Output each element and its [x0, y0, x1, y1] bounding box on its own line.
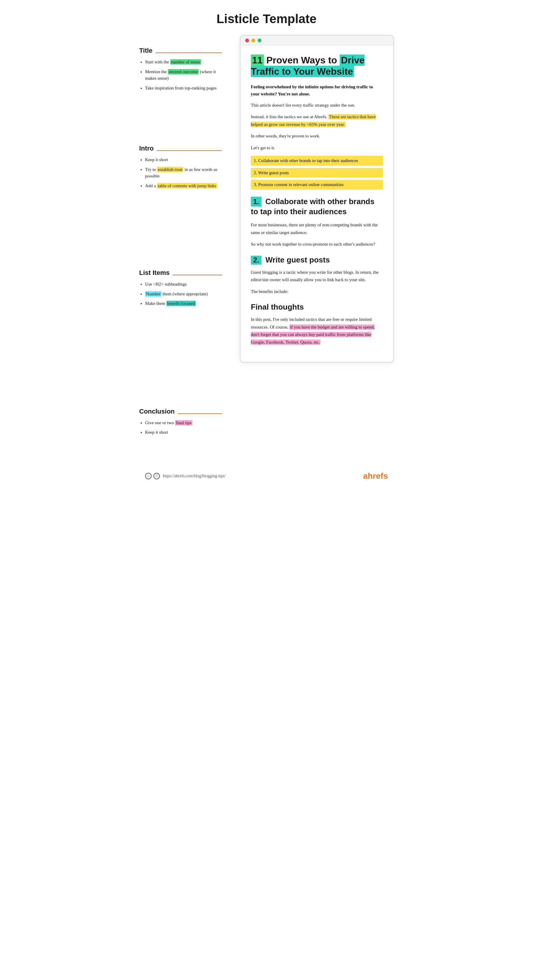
- sidebar-title-item-1: Start with the number of items: [145, 59, 222, 65]
- toc-item-1[interactable]: 1. Collaborate with other brands to tap …: [251, 156, 383, 165]
- browser-content: 11 Proven Ways to Drive Traffic to Your …: [240, 46, 393, 362]
- sidebar-conclusion-item-2: Keep it short: [145, 429, 222, 436]
- sidebar-intro-heading: Intro: [139, 145, 154, 152]
- sidebar-conclusion-section: Conclusion Give one or two final tips Ke…: [139, 408, 222, 436]
- article-title-part2: Proven Ways to: [264, 55, 340, 65]
- section-1-para-1: For most businesses, there are plenty of…: [251, 221, 383, 236]
- sidebar-listitem-3: Make them benefit-focused: [145, 300, 222, 307]
- sidebar-title-list: Start with the number of items Mention t…: [139, 59, 222, 91]
- final-thoughts-heading: Final thoughts: [251, 302, 383, 312]
- browser-toolbar: [240, 35, 393, 46]
- footer-icons: © ⓘ: [145, 473, 160, 479]
- creative-commons-icon: ©: [145, 473, 152, 479]
- section-2-para-1: Guest blogging is a tactic where you wri…: [251, 269, 383, 284]
- section-1-heading: 1. Collaborate with other brands to tap …: [251, 197, 383, 217]
- article-para-1: This article doesn't list every traffic …: [251, 102, 383, 109]
- browser-dot-green: [258, 38, 262, 42]
- sidebar-listitem-1: Use <H2> subheadings: [145, 281, 222, 288]
- section-2-title: Write guest posts: [263, 255, 330, 264]
- sidebar-title-heading: Title: [139, 47, 152, 54]
- browser-window: 11 Proven Ways to Drive Traffic to Your …: [240, 35, 394, 363]
- sidebar-conclusion-heading: Conclusion: [139, 408, 175, 415]
- article-para-2: Instead, it lists the tactics we use at …: [251, 113, 383, 128]
- footer-url[interactable]: https://ahrefs.com/blog/blogging-tips/: [163, 474, 226, 479]
- browser-dot-red: [245, 38, 249, 42]
- highlight-number-of-items: number of items: [170, 59, 201, 65]
- page-title: Listicle Template: [133, 0, 400, 35]
- toc-item-2[interactable]: 2. Write guest posts: [251, 168, 383, 178]
- sidebar-listitems-heading: List Items: [139, 269, 170, 277]
- intro-connector-line: [157, 150, 222, 151]
- sidebar-title-item-2: Mention the desired outcome (where it ma…: [145, 68, 222, 82]
- table-of-contents: 1. Collaborate with other brands to tap …: [251, 156, 383, 189]
- article-intro-bold: Feeling overwhelmed by the infinite opti…: [251, 83, 383, 97]
- sidebar-intro-list: Keep it short Try to establish trust in …: [139, 156, 222, 189]
- sidebar-intro-item-1: Keep it short: [145, 156, 222, 163]
- section-1-title: Collaborate with other brands to tap int…: [251, 197, 374, 216]
- sidebar-conclusion-item-1: Give one or two final tips: [145, 420, 222, 426]
- section-2-num: 2.: [251, 256, 262, 264]
- highlight-toc-jump: table of contents with jump links: [157, 183, 217, 188]
- conclusion-connector-line: [178, 413, 222, 414]
- section-1-para-2: So why not work together to cross-promot…: [251, 240, 383, 248]
- sidebar-intro-item-2: Try to establish trust in as few words a…: [145, 166, 222, 180]
- info-icon: ⓘ: [153, 473, 160, 479]
- article-para-3: In other words, they're proven to work.: [251, 132, 383, 140]
- section-2-para-2: The benefits include:: [251, 288, 383, 296]
- highlight-establish-trust: establish trust: [157, 167, 183, 172]
- highlight-benefit-focused: benefit-focused: [167, 301, 196, 306]
- sidebar-list-items-section: List Items Use <H2> subheadings Number t…: [139, 269, 222, 307]
- section-2-heading: 2. Write guest posts: [251, 255, 383, 264]
- sidebar: Title Start with the number of items Men…: [139, 35, 222, 450]
- footer-brand: ahrefs: [363, 471, 388, 481]
- listitems-connector-line: [173, 275, 222, 275]
- highlight-number: Number: [145, 291, 161, 296]
- sidebar-conclusion-list: Give one or two final tips Keep it short: [139, 420, 222, 436]
- sidebar-listitems-list: Use <H2> subheadings Number them (where …: [139, 281, 222, 307]
- article-para2-before: Instead, it lists the tactics we use at …: [251, 115, 328, 119]
- sidebar-listitem-2: Number them (where appropriate): [145, 291, 222, 298]
- article-title-number: 11: [251, 54, 264, 66]
- title-connector-line: [155, 52, 222, 53]
- section-1-num: 1.: [251, 197, 262, 207]
- sidebar-intro-item-3: Add a table of contents with jump links: [145, 183, 222, 189]
- page-wrapper: Listicle Template Title Start with the n…: [133, 0, 400, 487]
- article-title: 11 Proven Ways to Drive Traffic to Your …: [251, 54, 383, 77]
- toc-item-3[interactable]: 3. Promote content in relevant online co…: [251, 180, 383, 189]
- highlight-final-tips: final tips: [175, 420, 192, 425]
- browser-container: 11 Proven Ways to Drive Traffic to Your …: [240, 35, 394, 450]
- footer-left: © ⓘ https://ahrefs.com/blog/blogging-tip…: [145, 473, 226, 479]
- final-para: In this post, I've only included tactics…: [251, 316, 383, 346]
- article-para-4: Let's get to it.: [251, 144, 383, 152]
- sidebar-title-item-3: Take inspiration from top-ranking pages: [145, 85, 222, 92]
- browser-dot-yellow: [251, 38, 255, 42]
- page-footer: © ⓘ https://ahrefs.com/blog/blogging-tip…: [133, 465, 400, 487]
- sidebar-title-section: Title Start with the number of items Men…: [139, 47, 222, 91]
- sidebar-intro-section: Intro Keep it short Try to establish tru…: [139, 145, 222, 189]
- highlight-desired-outcome: desired outcome: [168, 69, 199, 74]
- main-layout: Title Start with the number of items Men…: [133, 35, 400, 463]
